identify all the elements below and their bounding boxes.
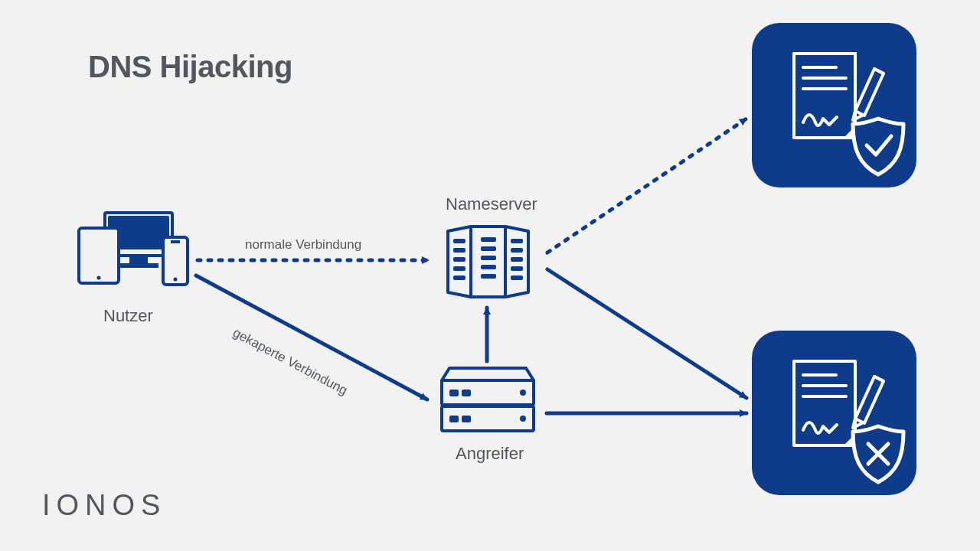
svg-rect-34 [449,390,459,396]
svg-point-15 [174,278,178,282]
svg-rect-37 [449,416,459,422]
svg-point-13 [97,276,101,280]
fake-site-card [752,331,916,495]
diagram-title: DNS Hijacking [88,50,292,84]
svg-point-36 [520,390,526,396]
user-devices-icon [73,207,195,298]
edge-nameserver-fake [547,269,746,398]
svg-rect-26 [481,274,496,279]
legit-site-card [752,23,916,187]
svg-rect-21 [453,276,466,280]
svg-rect-17 [453,239,466,243]
svg-rect-23 [481,246,496,251]
svg-rect-35 [462,390,471,396]
svg-rect-11 [119,263,158,268]
svg-rect-25 [481,265,496,269]
user-label: Nutzer [103,306,153,326]
svg-rect-22 [481,237,496,242]
svg-rect-24 [481,256,496,260]
attacker-server-icon [434,364,541,440]
svg-rect-38 [462,416,471,422]
svg-rect-30 [511,266,523,271]
svg-rect-20 [453,266,466,271]
svg-rect-28 [511,248,523,253]
svg-rect-29 [511,257,523,262]
brand-logo: IONOS [42,489,166,522]
svg-rect-18 [453,248,466,253]
nameserver-label: Nameserver [446,194,537,214]
svg-rect-19 [453,257,466,262]
svg-rect-10 [129,256,148,263]
edge-nameserver-legit [547,119,746,253]
attacker-label: Angreifer [456,444,524,464]
svg-rect-27 [511,239,523,243]
hijacked-connection-label: gekaperte Verbindung [230,325,350,399]
svg-rect-12 [79,228,119,283]
nameserver-icon [436,222,540,302]
normal-connection-label: normale Verbindung [245,237,361,253]
svg-rect-31 [511,276,523,280]
svg-point-39 [520,416,526,422]
